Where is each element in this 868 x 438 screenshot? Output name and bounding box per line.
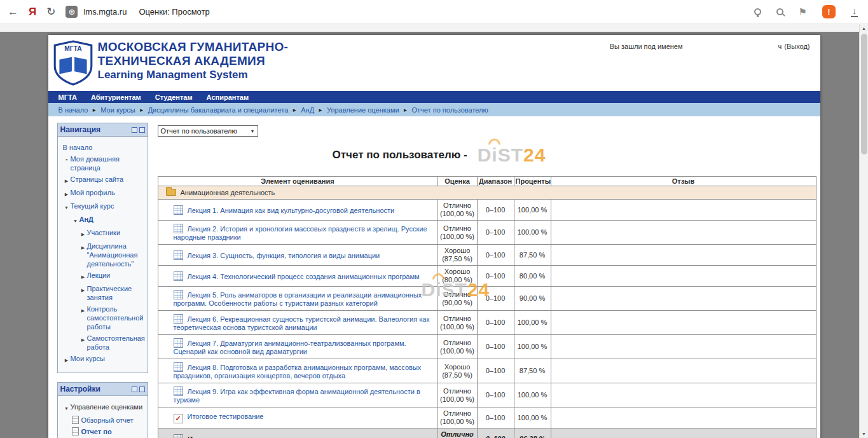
breadcrumb-link[interactable]: Отчет по пользователю [412,106,488,114]
search-icon[interactable] [776,8,783,15]
sidebar-item[interactable]: ▶Мой профиль [60,188,146,199]
dock-block-icon[interactable] [139,127,145,133]
sidebar-link[interactable]: Лекции [87,271,111,280]
column-header-percent: Проценты [514,177,551,186]
expand-icon[interactable]: ▶ [79,284,87,295]
sidebar-item[interactable]: ▼Управление оценками [60,402,146,413]
sidebar-link[interactable]: Отчет по пользователю [81,427,146,438]
item-name-cell: Лекция 4. Технологический процесс создан… [158,266,437,287]
percent-value: 100,00 % [514,335,551,359]
sidebar-item[interactable]: Обзорный отчет [60,416,146,425]
collapse-icon[interactable]: ▼ [72,215,79,226]
sidebar-link[interactable]: Мои курсы [71,354,105,363]
sidebar-item[interactable]: ▶Страницы сайта [60,175,146,186]
sidebar-item[interactable]: ▶Контроль самостоятельной работы [60,305,146,331]
grade-item-link[interactable]: Лекция 4. Технологический процесс создан… [188,273,420,280]
sidebar-link[interactable]: Участники [87,228,121,237]
sidebar-link[interactable]: Мой профиль [71,188,115,197]
sidebar-link[interactable]: Самостоятельная работа [87,334,146,352]
address-bar[interactable]: ⊕ lms.mgta.ru Оценки: Просмотр [65,6,743,18]
url-text[interactable]: lms.mgta.ru [83,7,127,17]
sidebar-link[interactable]: АнД [79,215,93,224]
breadcrumb-link[interactable]: В начало [59,106,88,114]
grades-table: Элемент оценивания Оценка Диапазон Проце… [158,176,816,438]
breadcrumb-link[interactable]: Мои курсы [100,106,135,114]
grade-item-link[interactable]: Лекция 2. История и хронология массовых … [174,225,427,241]
sidebar-link[interactable]: Дисциплина "Анимационная деятельность" [87,242,146,268]
grade-item-link[interactable]: Лекция 5. Роль аниматоров в организации … [174,291,422,307]
notification-badge-icon[interactable]: ! [822,5,836,18]
dock-block-icon[interactable] [139,387,145,392]
range-value: 0–100 [477,407,514,428]
sidebar-item[interactable]: ▶Практические занятия [60,284,146,302]
sidebar-link[interactable]: Моя домашняя страница [71,154,146,172]
sidebar-item[interactable]: ▶Мои курсы [60,354,146,365]
sidebar-item[interactable]: ▶Дисциплина "Анимационная деятельность" [60,242,146,268]
collapse-icon[interactable]: ▼ [63,202,71,212]
sidebar-link[interactable]: Страницы сайта [71,175,124,184]
range-value: 0–100 [477,428,514,438]
sidebar-link[interactable]: Обзорный отчет [81,416,134,425]
navbar-item[interactable]: Студентам [155,93,193,101]
reload-button[interactable]: ↻ [46,6,55,17]
sidebar-item[interactable]: Отчет по пользователю [60,427,146,438]
breadcrumb-link[interactable]: АнД [301,106,314,114]
collapse-icon[interactable]: ▼ [63,402,71,413]
feedback-cell [551,335,816,359]
navbar-item[interactable]: Абитуриентам [91,93,141,101]
report-type-select[interactable]: Отчет по пользователю ▼ [158,125,258,137]
bookmark-flag-icon[interactable]: ⚑ [799,7,807,17]
expand-icon[interactable]: ▶ [63,354,71,365]
expand-icon[interactable]: ▶ [63,175,71,186]
grade-value: Отлично [439,202,476,210]
sidebar-item[interactable]: ▶Участники [60,228,146,239]
grade-percent: (100,00 %) [439,210,476,218]
scrollbar-thumb[interactable] [861,34,867,154]
scrollbar[interactable]: ▲ ▼ [859,24,868,438]
sidebar-link[interactable]: Управление оценками [71,402,143,411]
expand-icon[interactable]: ▶ [79,305,87,315]
sidebar-link[interactable]: Практические занятия [87,284,146,302]
grade-item-link[interactable]: Лекция 1. Анимация как вид культурно-дос… [188,207,395,214]
expand-icon[interactable]: ▶ [79,334,87,345]
expand-icon[interactable]: ▶ [79,228,87,239]
expand-icon[interactable]: ▶ [79,271,87,282]
navbar-item[interactable]: МГТА [59,93,77,101]
breadcrumb-link[interactable]: Управление оценками [327,106,399,114]
grade-item-link[interactable]: Лекция 8. Подготовка и разработка анимац… [174,364,422,380]
scroll-up-arrow[interactable]: ▲ [860,24,868,32]
grade-item-link[interactable]: Итоговое тестирование [188,413,264,420]
grade-percent: (100,00 %) [439,233,476,241]
yandex-logo-icon[interactable]: Я [29,6,36,18]
sidebar-item[interactable]: ▼Текущий курс [60,202,146,212]
download-icon[interactable]: ↓ [851,6,858,17]
move-block-icon[interactable] [132,127,137,133]
expand-icon[interactable]: ▶ [63,188,71,199]
sidebar-link[interactable]: Текущий курс [71,202,114,210]
grade-item-link[interactable]: Лекция 9. Игра как эффективная форма ани… [174,388,420,404]
sidebar-item[interactable]: ▼АнД [60,215,146,226]
report-icon [72,427,79,435]
expand-icon[interactable]: ▶ [79,242,87,252]
logout-link[interactable]: (Выход) [784,43,809,50]
move-block-icon[interactable] [132,387,137,392]
scroll-down-arrow[interactable]: ▼ [860,430,868,438]
percent-value: 100,00 % [514,311,551,335]
sidebar-item[interactable]: ▶Лекции [60,271,146,282]
sidebar-item[interactable]: В начало [60,143,146,152]
grade-item-link[interactable]: Лекция 6. Рекреационная сущность туристс… [174,315,430,331]
sidebar-link[interactable]: В начало [63,143,93,152]
sidebar-item[interactable]: ▪Моя домашняя страница [60,154,146,172]
grades-table-wrap: Элемент оценивания Оценка Диапазон Проце… [158,176,816,438]
grade-item-link[interactable]: Лекция 7. Драматургия анимационно-театра… [174,339,406,355]
lightbulb-icon[interactable] [754,8,761,15]
grade-item-row: Лекция 9. Игра как эффективная форма ани… [158,383,816,407]
breadcrumb-link[interactable]: Дисциплины бакалавриата и специалитета [148,106,289,114]
grade-item-link[interactable]: Лекция 3. Сущность, функция, типология и… [188,252,380,259]
feedback-cell [551,428,816,438]
grade-percent: (87,50 %) [439,255,476,263]
navbar-item[interactable]: Аспирантам [207,93,249,101]
back-button[interactable]: ← [8,6,18,17]
sidebar-link[interactable]: Контроль самостоятельной работы [87,305,146,331]
sidebar-item[interactable]: ▶Самостоятельная работа [60,334,146,352]
